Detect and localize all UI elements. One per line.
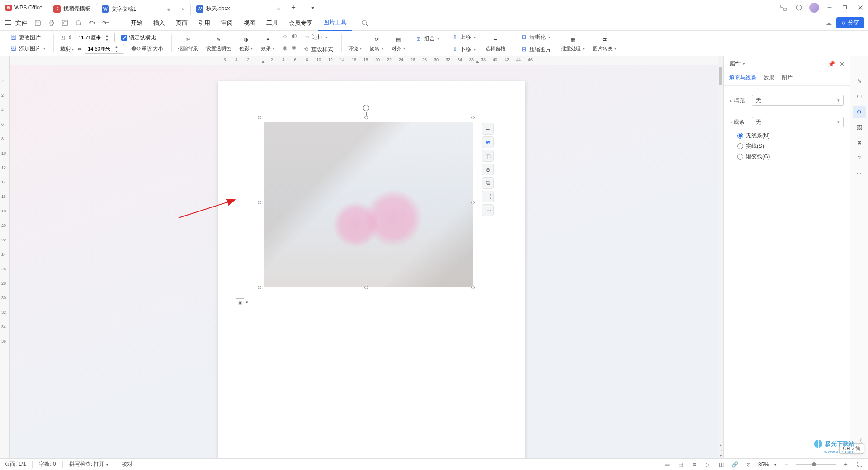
horizontal-ruler[interactable]: 6422468101214161820222426283032343638404… [10, 56, 718, 65]
redo-icon[interactable]: ↷▾ [101, 19, 109, 27]
wrap-button[interactable]: ≣环绕 [344, 33, 365, 53]
tab-doc1[interactable]: W 文字文稿1 ● × [96, 3, 191, 15]
tab-templates[interactable]: D 找稻壳模板 [48, 3, 96, 15]
align-button[interactable]: ▤对齐 [388, 33, 409, 53]
strip-tools-icon[interactable]: ✖ [853, 136, 866, 149]
fit-icon[interactable]: ⊙ [745, 461, 753, 469]
strip-image-icon[interactable]: 🖼 [853, 121, 866, 134]
resize-handle-ml[interactable] [258, 201, 261, 204]
contrast-icon[interactable]: ◉ [283, 45, 287, 54]
height-input[interactable]: ▲▼ [75, 33, 115, 42]
line-radio-solid[interactable]: 实线(S) [737, 142, 844, 150]
export-icon[interactable] [74, 19, 82, 27]
batch-button[interactable]: ▦批量处理 [557, 33, 588, 53]
float-tool-zoom[interactable]: ⊕ [482, 164, 494, 175]
window-tile-icon[interactable] [776, 1, 791, 14]
view-focus-icon[interactable]: ◫ [717, 461, 726, 469]
crop-button[interactable]: 裁剪 [60, 45, 74, 53]
avatar[interactable] [809, 3, 819, 13]
move-up-button[interactable]: ⇑上移 [449, 33, 477, 42]
resize-handle-tr[interactable] [471, 116, 475, 119]
effect-button[interactable]: ✦效果 [257, 33, 278, 53]
rotate-button[interactable]: ⟳旋转 [366, 33, 387, 53]
tab-list-button[interactable]: ▾ [307, 2, 319, 14]
convert-button[interactable]: ⇄图片转换 [589, 33, 620, 53]
search-icon[interactable] [359, 19, 370, 26]
cube-icon[interactable] [791, 1, 807, 14]
indent-marker-right[interactable] [476, 61, 479, 63]
shadow-icon[interactable]: ◐ [292, 33, 297, 42]
zoom-out-icon[interactable]: − [782, 461, 790, 469]
resize-handle-tl[interactable] [258, 116, 261, 119]
resize-handle-bm[interactable] [364, 286, 368, 289]
vertical-scrollbar[interactable]: ▲ ▴ ○ ▾ [718, 65, 723, 458]
print-preview-icon[interactable] [61, 19, 69, 27]
scrollbar-thumb[interactable] [719, 67, 722, 85]
undo-icon[interactable]: ↶▾ [88, 19, 96, 27]
pin-icon[interactable]: 📌 [828, 61, 835, 67]
strip-more-icon[interactable]: ⋯ [853, 167, 866, 180]
fill-label[interactable]: 填充 [730, 97, 752, 104]
hamburger-icon[interactable] [4, 19, 12, 26]
new-tab-button[interactable]: ＋ [288, 2, 299, 14]
menu-view[interactable]: 视图 [238, 15, 261, 31]
status-page[interactable]: 页面: 1/1 [5, 461, 26, 468]
strip-properties-icon[interactable]: ⚙ [853, 106, 866, 118]
strip-pen-icon[interactable]: ✎ [853, 75, 866, 88]
menu-start[interactable]: 开始 [125, 15, 148, 31]
menu-tools[interactable]: 工具 [261, 15, 283, 31]
float-tool-wrap[interactable]: ≋ [482, 136, 494, 148]
fullscreen-icon[interactable]: ⛶ [855, 461, 863, 469]
menu-review[interactable]: 审阅 [216, 15, 238, 31]
width-input[interactable]: ▲▼ [85, 44, 124, 54]
float-tool-fit[interactable]: ⛶ [482, 191, 494, 202]
panel-tab-picture[interactable]: 图片 [782, 71, 793, 85]
strip-help-icon[interactable]: ? [853, 152, 866, 164]
glow-icon[interactable]: ✺ [292, 45, 296, 54]
reset-size-button[interactable]: �↺重设大小 [131, 44, 165, 54]
lock-ratio-checkbox[interactable]: 锁定纵横比 [121, 34, 156, 42]
print-icon[interactable] [47, 19, 55, 27]
crop-aspect-icon[interactable]: ◳ [60, 34, 65, 41]
minimize-icon[interactable] [822, 1, 837, 14]
strip-select-icon[interactable]: ⬚ [853, 90, 866, 103]
line-radio-none[interactable]: 无线条(N) [737, 132, 844, 140]
cloud-icon[interactable]: ☁ [826, 19, 832, 26]
share-button[interactable]: ✈ 分享 [836, 17, 864, 28]
file-menu[interactable]: 文件 [15, 19, 27, 27]
menu-insert[interactable]: 插入 [148, 15, 170, 31]
strip-collapse-icon[interactable]: — [853, 60, 866, 72]
resize-handle-mr[interactable] [471, 201, 475, 204]
close-panel-icon[interactable]: ✕ [840, 61, 844, 67]
layout-options[interactable]: ▣ ▾ [236, 298, 248, 306]
clarity-button[interactable]: ⊡清晰化 [519, 33, 553, 42]
status-words[interactable]: 字数: 0 [39, 461, 56, 468]
panel-tab-fill-line[interactable]: 填充与线条 [729, 71, 756, 85]
compress-button[interactable]: ⊟压缩图片 [519, 45, 553, 54]
add-picture-button[interactable]: 🖼添加图片 [8, 44, 47, 53]
view-web-icon[interactable]: ▷ [704, 461, 712, 469]
chevron-down-icon[interactable]: ▾ [774, 462, 777, 467]
set-transparent-button[interactable]: ✎设置透明色 [203, 33, 235, 53]
view-read-icon[interactable]: ▤ [677, 461, 685, 469]
status-spellcheck[interactable]: 拼写检查: 打开 ▾ [69, 461, 108, 468]
scroll-target-icon[interactable]: ○ [718, 447, 723, 453]
save-icon[interactable] [33, 19, 42, 27]
close-window-icon[interactable] [853, 1, 868, 14]
resize-handle-br[interactable] [471, 286, 475, 289]
line-radio-gradient[interactable]: 渐变线(G) [737, 153, 844, 160]
zoom-value[interactable]: 85% [758, 461, 769, 468]
maximize-icon[interactable] [837, 1, 853, 14]
tab-doc2[interactable]: W 秋天.docx × [191, 3, 286, 15]
resize-handle-bl[interactable] [258, 286, 261, 289]
canvas[interactable]: – ≋ ◫ ⊕ ⧉ ⛶ ⋯ ▣ ▾ [10, 65, 718, 458]
scroll-page-down-icon[interactable]: ▾ [718, 453, 723, 458]
view-outline-icon[interactable]: ≡ [690, 461, 698, 469]
move-down-button[interactable]: ⇓下移 [449, 45, 477, 54]
border-button[interactable]: ▭边框 [301, 33, 329, 42]
brightness-icon[interactable]: ☼ [283, 33, 288, 42]
panel-tab-effect[interactable]: 效果 [764, 71, 774, 85]
line-label[interactable]: 线条 [730, 118, 752, 126]
chevron-down-icon[interactable]: ▾ [743, 61, 745, 66]
status-proofing[interactable]: 校对 [122, 461, 132, 468]
